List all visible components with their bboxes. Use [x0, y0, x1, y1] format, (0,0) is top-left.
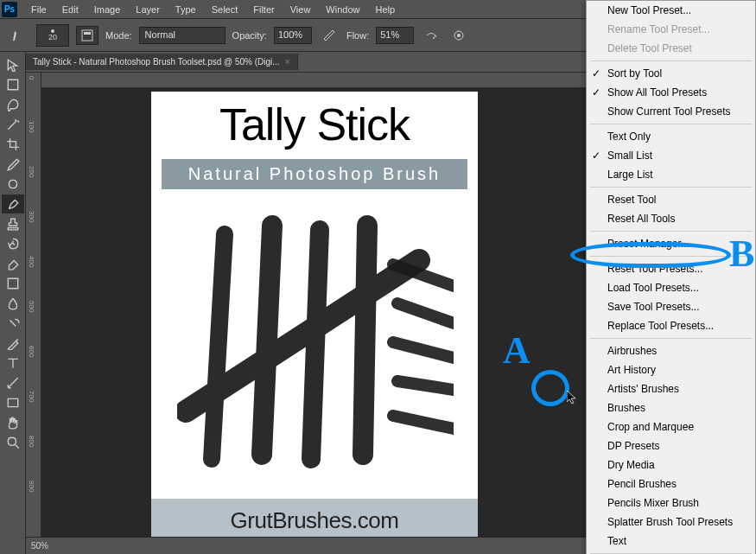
pressure-size-icon[interactable] [448, 26, 469, 45]
canvas[interactable]: Tally Stick Natural Photoshop Brush [151, 92, 478, 537]
document-tab[interactable]: Tally Stick - Natural Photoshop Brush To… [26, 54, 298, 70]
tally-strokes [177, 213, 454, 481]
context-menu-item[interactable]: Preset Manager... [587, 234, 755, 253]
tool-eyedropper[interactable] [2, 155, 24, 174]
mode-label: Mode: [105, 30, 132, 41]
tool-heal[interactable] [2, 175, 24, 194]
close-icon[interactable]: × [285, 57, 290, 67]
tool-lasso[interactable] [2, 95, 24, 114]
context-menu-item[interactable]: Text [587, 532, 755, 551]
tool-crop[interactable] [2, 135, 24, 154]
context-menu-item[interactable]: Reset Tool [587, 190, 755, 209]
tool-presets-context-menu: New Tool Preset...Rename Tool Preset...D… [586, 0, 756, 554]
context-menu-item[interactable]: Dry Media [587, 455, 755, 474]
context-menu-item[interactable]: Splatter Brush Tool Presets [587, 513, 755, 532]
tool-preset-picker[interactable] [7, 24, 29, 47]
tool-type[interactable] [2, 353, 24, 373]
context-menu-item[interactable]: Show Current Tool Presets [587, 102, 755, 121]
context-menu-item[interactable]: Save Tool Presets... [587, 297, 755, 316]
tool-blur[interactable] [2, 294, 24, 313]
context-menu-item[interactable]: Reset Tool Presets... [587, 259, 755, 278]
brush-preset-picker[interactable]: 20 [36, 24, 69, 47]
menu-select[interactable]: Select [205, 2, 245, 17]
tool-shape[interactable] [2, 393, 24, 412]
zoom-level[interactable]: 50% [31, 541, 48, 551]
tool-move[interactable] [2, 55, 24, 74]
tool-marquee[interactable] [2, 75, 24, 94]
svg-rect-0 [82, 30, 92, 41]
context-menu-item[interactable]: Load Tool Presets... [587, 278, 755, 297]
context-menu-item[interactable]: Replace Tool Presets... [587, 316, 755, 335]
flow-input[interactable]: 51% [376, 27, 414, 44]
menu-edit[interactable]: Edit [55, 2, 86, 17]
context-menu-item[interactable]: Airbrushes [587, 341, 755, 360]
context-menu-item[interactable]: Small List✓ [587, 146, 755, 165]
tool-brush[interactable] [2, 194, 24, 213]
context-menu-item[interactable]: New Tool Preset... [587, 1, 755, 20]
tool-gradient[interactable] [2, 274, 24, 293]
tool-history[interactable] [2, 234, 24, 253]
menu-file[interactable]: File [24, 2, 54, 17]
toolbox [0, 52, 26, 554]
tool-stamp[interactable] [2, 214, 24, 233]
tool-dodge[interactable] [2, 314, 24, 333]
svg-rect-1 [84, 32, 91, 35]
menu-image[interactable]: Image [87, 2, 128, 17]
photoshop-logo: Ps [2, 2, 17, 17]
context-menu-item[interactable]: Large List [587, 165, 755, 184]
tool-wand[interactable] [2, 115, 24, 134]
context-menu-item: Delete Tool Preset [587, 39, 755, 58]
document-tabs: Tally Stick - Natural Photoshop Brush To… [26, 52, 588, 73]
svg-point-3 [435, 35, 436, 37]
blend-mode-select[interactable]: Normal [139, 27, 226, 44]
context-menu-item[interactable]: Art History [587, 360, 755, 379]
brush-panel-toggle[interactable] [76, 26, 98, 45]
menu-type[interactable]: Type [168, 2, 203, 17]
opacity-input[interactable]: 100% [274, 27, 312, 44]
tool-pen[interactable] [2, 334, 24, 353]
context-menu-item[interactable]: Crop and Marquee [587, 417, 755, 436]
menu-layer[interactable]: Layer [129, 2, 167, 17]
context-menu-item[interactable]: Brushes [587, 398, 755, 417]
menu-help[interactable]: Help [368, 2, 402, 17]
context-menu-item: Rename Tool Preset... [587, 20, 755, 39]
tool-eraser[interactable] [2, 254, 24, 273]
airbrush-icon[interactable] [421, 26, 442, 45]
artwork-title: Tally Stick [151, 99, 478, 150]
menu-view[interactable]: View [283, 2, 318, 17]
pressure-opacity-icon[interactable] [319, 26, 340, 45]
context-menu-item[interactable]: Text Only [587, 127, 755, 146]
ruler-horizontal [41, 73, 588, 88]
artwork-footer: GrutBrushes.com [151, 499, 478, 537]
menu-filter[interactable]: Filter [246, 2, 281, 17]
svg-point-2 [433, 37, 435, 39]
ruler-vertical: 0100200300400500600700800900 [26, 73, 41, 537]
svg-point-5 [457, 34, 461, 37]
tool-path[interactable] [2, 373, 24, 392]
context-menu-item[interactable]: Pencil Brushes [587, 474, 755, 494]
flow-label: Flow: [346, 30, 369, 41]
context-menu-item[interactable]: Show All Tool Presets✓ [587, 83, 755, 102]
tool-hand[interactable] [2, 413, 24, 432]
artwork-subtitle: Natural Photoshop Brush [162, 159, 467, 189]
context-menu-item[interactable]: Reset All Tools [587, 209, 755, 228]
tool-zoom[interactable] [2, 433, 24, 452]
context-menu-item[interactable]: Sort by Tool✓ [587, 64, 755, 83]
context-menu-item[interactable]: DP Presets [587, 436, 755, 455]
context-menu-item[interactable]: Pencils Mixer Brush [587, 494, 755, 513]
status-bar: 50% [26, 537, 588, 554]
menu-window[interactable]: Window [319, 2, 366, 17]
opacity-label: Opacity: [232, 30, 267, 41]
context-menu-item[interactable]: Artists' Brushes [587, 379, 755, 398]
